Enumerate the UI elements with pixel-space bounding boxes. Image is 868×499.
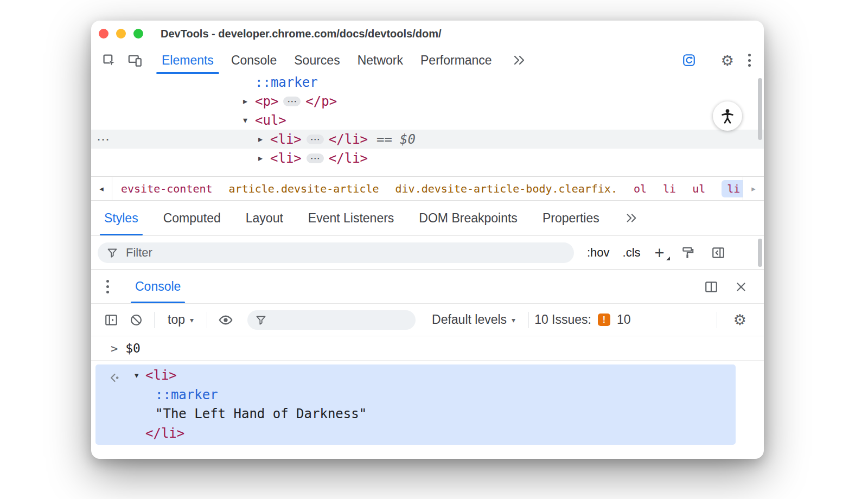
ellipsis-button[interactable]: ⋯: [283, 97, 301, 106]
devtools-window: DevTools - developer.chrome.com/docs/dev…: [91, 21, 764, 459]
breadcrumb-item[interactable]: ul: [692, 182, 705, 195]
main-toolbar: Elements Console Sources Network Perform…: [91, 47, 764, 74]
toggle-element-state-button[interactable]: :hov: [587, 246, 610, 260]
tab-computed[interactable]: Computed: [158, 201, 226, 235]
dock-sidebar-icon[interactable]: [711, 246, 725, 260]
tree-row-li-selected[interactable]: ⋯ ▸ <li> ⋯ </li> == $0: [91, 130, 764, 149]
tree-row-marker[interactable]: ::marker: [91, 74, 764, 92]
tab-styles[interactable]: Styles: [99, 201, 144, 235]
evaluated-expression: $0: [125, 341, 141, 355]
tag-close: </li>: [329, 151, 368, 166]
dollar-zero-hint: $0: [400, 132, 416, 147]
tag-close: </li>: [329, 132, 368, 147]
chevron-down-icon: ▾: [512, 316, 515, 324]
result-tag-open: <li>: [145, 368, 177, 383]
execution-context-selector[interactable]: top ▾: [168, 312, 194, 327]
breadcrumb-item[interactable]: div.devsite-article-body.clearfix.: [395, 182, 617, 195]
return-value-icon: [107, 371, 122, 388]
accessibility-person-icon: [719, 107, 736, 125]
tab-console[interactable]: Console: [222, 47, 285, 74]
more-panels-icon[interactable]: [512, 54, 527, 67]
eye-icon[interactable]: [218, 312, 233, 328]
breadcrumb-back-icon[interactable]: ◂: [91, 177, 112, 200]
tab-event-listeners[interactable]: Event Listeners: [303, 201, 400, 235]
console-settings-gear-icon[interactable]: ⚙: [733, 311, 746, 328]
expand-arrow-icon[interactable]: ▸: [258, 134, 270, 144]
console-prompt-icon: >: [111, 342, 118, 355]
device-toolbar-icon[interactable]: [127, 53, 142, 68]
drawer-tab-console[interactable]: Console: [129, 270, 187, 303]
tab-elements[interactable]: Elements: [153, 47, 222, 74]
styles-scrollbar[interactable]: [758, 239, 762, 267]
tag-close: </p>: [305, 94, 337, 109]
breadcrumb-item[interactable]: article.devsite-article: [229, 182, 379, 195]
ellipsis-button[interactable]: ⋯: [307, 135, 324, 144]
split-panel-icon[interactable]: [704, 280, 718, 294]
clear-console-icon[interactable]: [129, 313, 143, 327]
elements-scrollbar[interactable]: [758, 78, 762, 140]
breadcrumb-item[interactable]: ol: [634, 182, 647, 195]
styles-tab-bar: Styles Computed Layout Event Listeners D…: [91, 201, 764, 236]
collapse-arrow-icon[interactable]: ▾: [243, 115, 255, 125]
more-styles-tabs-icon[interactable]: [624, 201, 639, 235]
breadcrumb-list: evsite-content article.devsite-article d…: [112, 177, 743, 200]
minimize-window-button[interactable]: [116, 29, 126, 39]
refresh-square-icon[interactable]: [682, 53, 696, 67]
paint-roller-icon[interactable]: [681, 246, 695, 260]
styles-filter-field[interactable]: [98, 242, 574, 263]
zoom-window-button[interactable]: [133, 29, 143, 39]
equals-sign: ==: [376, 132, 392, 147]
tree-row-p[interactable]: ▸ <p> ⋯ </p>: [91, 92, 764, 111]
close-window-button[interactable]: [99, 29, 108, 39]
drawer-menu-icon[interactable]: [106, 279, 109, 295]
context-label: top: [168, 312, 185, 327]
styles-filter-bar: :hov .cls +: [91, 236, 764, 270]
tag-open: <li>: [270, 151, 302, 166]
new-style-rule-button[interactable]: +: [655, 245, 665, 261]
row-overflow-icon[interactable]: ⋯: [97, 132, 110, 147]
breadcrumb-forward-icon[interactable]: ▸: [743, 177, 764, 200]
console-eval-row: > $0: [91, 336, 764, 361]
console-drawer-header: Console: [91, 270, 764, 304]
issue-exclamation-icon: !: [598, 314, 610, 326]
issues-label: 10 Issues:: [534, 312, 591, 327]
pseudo-element-label: ::marker: [255, 75, 318, 90]
tab-layout[interactable]: Layout: [240, 201, 289, 235]
result-pseudo-element: ::marker: [155, 387, 218, 402]
console-sidebar-icon[interactable]: [104, 313, 118, 327]
console-filter-field[interactable]: [247, 310, 416, 330]
inspect-icon[interactable]: [102, 53, 117, 68]
breadcrumb-item[interactable]: evsite-content: [121, 182, 213, 195]
log-levels-selector[interactable]: Default levels ▾: [432, 312, 515, 327]
levels-label: Default levels: [432, 312, 507, 327]
accessibility-overlay-button[interactable]: [713, 101, 742, 131]
breadcrumb-item[interactable]: li: [663, 182, 676, 195]
breadcrumb: ◂ evsite-content article.devsite-article…: [91, 176, 764, 201]
element-classes-button[interactable]: .cls: [623, 246, 641, 260]
settings-gear-icon[interactable]: ⚙: [721, 52, 734, 69]
tab-network[interactable]: Network: [349, 47, 412, 74]
breadcrumb-item-selected[interactable]: li: [722, 180, 743, 197]
tab-performance[interactable]: Performance: [412, 47, 501, 74]
result-text-node: "The Left Hand of Darkness": [155, 406, 367, 421]
window-title: DevTools - developer.chrome.com/docs/dev…: [161, 28, 442, 40]
issues-button[interactable]: 10 Issues: ! 10: [534, 312, 630, 327]
console-eval-result: ▾ <li> ::marker "The Left Hand of Darkne…: [95, 364, 736, 445]
divider: [717, 312, 717, 328]
tab-sources[interactable]: Sources: [285, 47, 348, 74]
divider: [207, 312, 207, 328]
styles-filter-input[interactable]: [125, 245, 565, 260]
filter-funnel-icon: [106, 247, 118, 259]
collapse-arrow-icon[interactable]: ▾: [135, 370, 145, 380]
tree-row-li[interactable]: ▸ <li> ⋯ </li>: [91, 149, 764, 168]
tab-dom-breakpoints[interactable]: DOM Breakpoints: [413, 201, 523, 235]
tab-properties[interactable]: Properties: [537, 201, 605, 235]
ellipsis-button[interactable]: ⋯: [307, 153, 324, 163]
console-filter-input[interactable]: [272, 312, 431, 328]
tree-row-ul[interactable]: ▾ <ul>: [91, 111, 764, 130]
close-drawer-icon[interactable]: [735, 280, 748, 293]
more-options-icon[interactable]: [748, 52, 751, 68]
expand-arrow-icon[interactable]: ▸: [258, 153, 270, 163]
expand-arrow-icon[interactable]: ▸: [243, 96, 255, 106]
traffic-lights: [91, 29, 143, 39]
